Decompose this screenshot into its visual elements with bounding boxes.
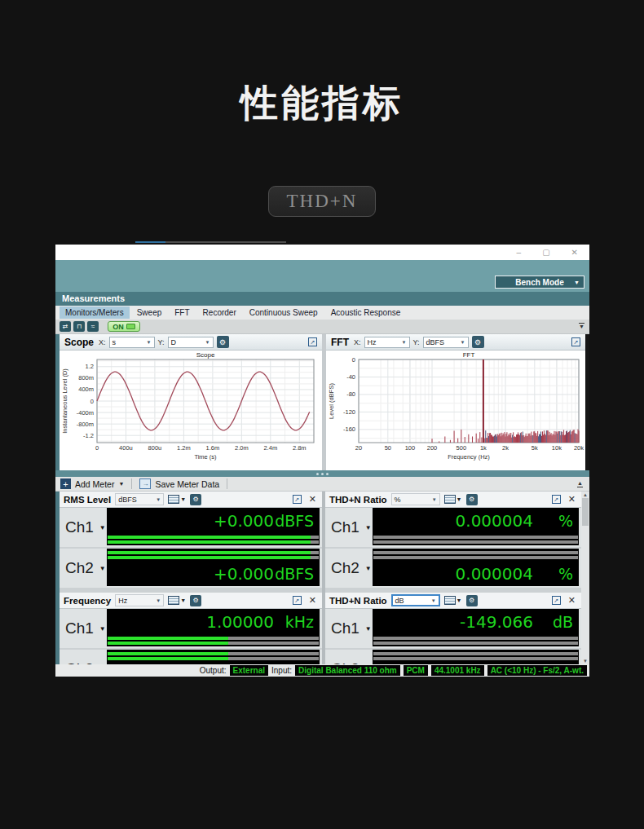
scrollbar-thumb[interactable] bbox=[582, 498, 589, 526]
add-icon: + bbox=[60, 478, 71, 489]
meter-close-icon[interactable]: ✕ bbox=[309, 495, 316, 504]
bar-fill bbox=[108, 540, 311, 544]
meter-channel-row: Ch2 ▼ bbox=[325, 650, 581, 664]
svg-text:Scope: Scope bbox=[196, 351, 215, 359]
svg-text:Level (dBFS): Level (dBFS) bbox=[328, 383, 335, 419]
svg-text:-120: -120 bbox=[343, 408, 355, 416]
filter-badge[interactable]: AC (<10 Hz) - Fs/2, A-wt. bbox=[487, 665, 587, 676]
chevron-down-icon: ▼ bbox=[365, 524, 372, 531]
bench-mode-dropdown[interactable]: Bench Mode ▼ bbox=[495, 276, 584, 289]
thdn-ratio-db-panel: THD+N Ratio dB ▼ ▼ ⚙ ↗ ✕ bbox=[325, 593, 581, 664]
close-icon[interactable]: ✕ bbox=[571, 248, 578, 257]
generator-on-toggle[interactable]: ON bbox=[108, 321, 140, 332]
expand-panel-icon[interactable]: ▲ bbox=[577, 479, 583, 487]
fft-expand-icon[interactable]: ↗ bbox=[571, 337, 580, 346]
fft-settings-gear-icon[interactable]: ⚙ bbox=[472, 336, 484, 348]
waveform-monitor-icon[interactable]: ≈ bbox=[87, 321, 99, 332]
chevron-down-icon: ▼ bbox=[156, 497, 161, 502]
minimize-icon[interactable]: – bbox=[517, 248, 522, 257]
restore-icon[interactable]: ▢ bbox=[542, 248, 549, 257]
fft-panel-title: FFT bbox=[331, 337, 349, 348]
scope-y-label: Y: bbox=[158, 338, 165, 346]
meter-expand-icon[interactable]: ↗ bbox=[293, 596, 302, 605]
meter-settings-gear-icon[interactable]: ⚙ bbox=[466, 595, 478, 606]
sample-rate-badge[interactable]: 44.1001 kHz bbox=[431, 665, 484, 676]
meter-close-icon[interactable]: ✕ bbox=[309, 596, 316, 605]
meter-settings-gear-icon[interactable]: ⚙ bbox=[190, 595, 201, 606]
chevron-down-icon[interactable]: ▼ bbox=[118, 481, 124, 487]
scope-settings-gear-icon[interactable]: ⚙ bbox=[217, 336, 229, 348]
meter-settings-gear-icon[interactable]: ⚙ bbox=[466, 494, 478, 505]
channel-label: Ch2 bbox=[331, 559, 359, 577]
scope-expand-icon[interactable]: ↗ bbox=[308, 337, 317, 346]
svg-text:Time (s): Time (s) bbox=[194, 453, 217, 461]
meter-name: THD+N Ratio bbox=[329, 495, 387, 505]
meter-style-dropdown[interactable]: ▼ bbox=[168, 495, 186, 504]
channel-selector[interactable]: Ch1 ▼ bbox=[60, 609, 107, 648]
chevron-down-icon: ▼ bbox=[180, 496, 186, 502]
meter-channel-row: Ch2 ▼ bbox=[60, 650, 322, 664]
input-connector-badge[interactable]: Digital Balanced 110 ohm bbox=[295, 665, 400, 676]
svg-text:2.0m: 2.0m bbox=[235, 444, 249, 452]
meter-style-dropdown[interactable]: ▼ bbox=[168, 596, 186, 605]
meter-channel-row: Ch1 ▼ -149.066 dB bbox=[325, 609, 581, 648]
channel-selector[interactable]: Ch2 ▼ bbox=[325, 650, 373, 664]
square-wave-icon[interactable]: ⊓ bbox=[73, 321, 85, 332]
scope-y-select[interactable]: D ▼ bbox=[168, 337, 214, 348]
fft-x-select[interactable]: Hz ▼ bbox=[364, 337, 410, 348]
meter-expand-icon[interactable]: ↗ bbox=[552, 495, 561, 504]
channel-selector[interactable]: Ch1 ▼ bbox=[60, 508, 107, 547]
meter-value: 0.000004 bbox=[373, 511, 533, 531]
collapse-panel-icon[interactable]: ▼ bbox=[579, 323, 584, 330]
meter-expand-icon[interactable]: ↗ bbox=[552, 596, 561, 605]
meter-unit: % bbox=[533, 565, 579, 583]
meter-expand-icon[interactable]: ↗ bbox=[293, 495, 302, 504]
channel-selector[interactable]: Ch2 ▼ bbox=[60, 549, 107, 588]
tab-monitors-meters[interactable]: Monitors/Meters bbox=[60, 306, 130, 319]
thdn-db-unit-select[interactable]: dB ▼ bbox=[391, 594, 440, 606]
input-format-badge[interactable]: PCM bbox=[404, 665, 428, 676]
thdn-percent-unit-select[interactable]: % ▼ bbox=[391, 493, 440, 505]
scope-x-select[interactable]: s ▼ bbox=[109, 337, 155, 348]
tab-recorder[interactable]: Recorder bbox=[197, 306, 242, 319]
save-meter-data-button[interactable]: Save Meter Data bbox=[155, 479, 219, 489]
tab-fft[interactable]: FFT bbox=[169, 306, 195, 319]
chevron-down-icon: ▼ bbox=[431, 598, 436, 603]
fft-y-value: dBFS bbox=[426, 338, 445, 346]
meter-name: RMS Level bbox=[64, 495, 111, 505]
tab-sweep[interactable]: Sweep bbox=[131, 306, 168, 319]
add-meter-button[interactable]: Add Meter bbox=[75, 479, 114, 489]
horizontal-splitter[interactable] bbox=[55, 470, 589, 477]
monitors-toolbar: ⇄ ⊓ ≈ ON ▼ bbox=[55, 320, 589, 334]
thdn-db-unit-value: dB bbox=[395, 597, 404, 605]
meter-value: -149.066 bbox=[373, 612, 533, 632]
output-status-badge[interactable]: External bbox=[230, 665, 268, 676]
meter-close-icon[interactable]: ✕ bbox=[568, 596, 576, 605]
thdn-badge[interactable]: THD+N bbox=[268, 186, 376, 217]
svg-text:20k: 20k bbox=[574, 444, 584, 452]
meter-display-icon bbox=[168, 495, 179, 504]
fft-y-select[interactable]: dBFS ▼ bbox=[423, 337, 469, 348]
channel-selector[interactable]: Ch2 ▼ bbox=[60, 650, 107, 664]
scroll-down-icon[interactable]: ▼ bbox=[583, 659, 588, 664]
channel-selector[interactable]: Ch1 ▼ bbox=[325, 508, 373, 547]
meter-display: +0.000 dBFS bbox=[107, 561, 320, 586]
meter-style-dropdown[interactable]: ▼ bbox=[444, 596, 462, 605]
meter-style-dropdown[interactable]: ▼ bbox=[444, 495, 462, 504]
meters-area: RMS Level dBFS ▼ ▼ ⚙ ↗ ✕ bbox=[55, 492, 589, 664]
meter-close-icon[interactable]: ✕ bbox=[568, 495, 576, 504]
channel-selector[interactable]: Ch1 ▼ bbox=[325, 609, 373, 648]
top-gray-dash bbox=[165, 241, 286, 243]
generator-settings-icon[interactable]: ⇄ bbox=[60, 321, 71, 332]
frequency-meter-panel: Frequency Hz ▼ ▼ ⚙ ↗ ✕ bbox=[60, 593, 322, 664]
frequency-unit-select[interactable]: Hz ▼ bbox=[115, 594, 164, 606]
tab-acoustic-response[interactable]: Acoustic Response bbox=[325, 306, 407, 319]
meter-settings-gear-icon[interactable]: ⚙ bbox=[190, 494, 201, 505]
channel-label: Ch1 bbox=[331, 620, 359, 637]
tab-continuous-sweep[interactable]: Continuous Sweep bbox=[244, 306, 324, 319]
meters-scrollbar[interactable]: ▲ ▼ bbox=[581, 492, 589, 664]
scroll-up-icon[interactable]: ▲ bbox=[583, 492, 588, 497]
meter-value: +0.000 bbox=[107, 511, 274, 531]
rms-unit-select[interactable]: dBFS ▼ bbox=[115, 493, 164, 505]
channel-selector[interactable]: Ch2 ▼ bbox=[325, 549, 373, 588]
